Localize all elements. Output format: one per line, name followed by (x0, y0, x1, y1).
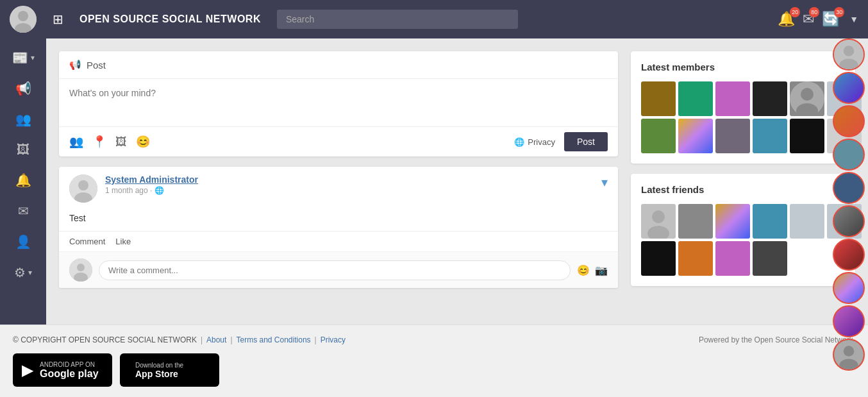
post-box: 📢 Post 👥 📍 🖼 😊 🌐 Privacy Post (59, 51, 618, 156)
like-link[interactable]: Like (115, 237, 131, 246)
app-store-main: App Store (135, 369, 183, 379)
member-thumb[interactable] (641, 81, 676, 116)
footer-terms-link[interactable]: Terms and Conditions (237, 335, 311, 344)
feed-privacy-icon: 🌐 (154, 186, 164, 195)
svg-point-7 (77, 264, 85, 271)
feed-options-icon[interactable]: ▾ (601, 174, 608, 190)
friend-thumb[interactable] (715, 241, 750, 276)
google-play-badge[interactable]: ▶ ANDROID APP ON Google play (13, 353, 112, 387)
rs-avatar[interactable] (833, 339, 865, 371)
post-textarea[interactable] (59, 79, 618, 124)
rs-avatar[interactable] (833, 272, 865, 304)
location-icon[interactable]: 📍 (92, 135, 106, 149)
rs-avatar[interactable] (833, 305, 865, 337)
google-play-main: Google play (40, 368, 99, 380)
comment-link[interactable]: Comment (69, 237, 105, 246)
feed-time: 1 month ago · 🌐 (105, 186, 594, 195)
footer-about-link[interactable]: About (206, 335, 226, 344)
sidebar-item-announcements[interactable]: 📢 (0, 76, 46, 101)
post-button[interactable]: Post (564, 132, 608, 151)
member-thumb[interactable] (678, 119, 713, 153)
footer: © COPYRIGHT OPEN SOURCE SOCIAL NETWORK |… (0, 325, 868, 397)
svg-point-1 (18, 11, 28, 21)
header-dropdown-caret[interactable]: ▼ (849, 14, 858, 24)
friend-thumb[interactable] (790, 204, 824, 239)
rs-avatar[interactable] (833, 139, 865, 171)
friend-thumb[interactable] (753, 204, 787, 239)
member-thumb[interactable] (715, 119, 750, 153)
footer-privacy-link[interactable]: Privacy (321, 335, 346, 344)
comment-emoji-icon[interactable]: 😊 (577, 264, 590, 276)
feed-caret-icon: ▾ (31, 53, 35, 62)
sidebar-item-friends[interactable]: 👤 (0, 229, 46, 255)
sidebar-item-groups[interactable]: 👥 (0, 106, 46, 132)
comment-camera-icon[interactable]: 📷 (595, 264, 608, 276)
feed-username[interactable]: System Administrator (105, 174, 594, 185)
member-thumb[interactable] (715, 81, 750, 116)
user-avatar[interactable] (10, 6, 37, 33)
rs-avatar[interactable] (833, 172, 865, 204)
sidebar-item-photos[interactable]: 🖼 (0, 137, 46, 162)
latest-members-title: Latest members (641, 62, 845, 72)
sidebar-item-more[interactable]: ⚙ ▾ (0, 260, 46, 285)
sidebar-item-notifications[interactable]: 🔔 (0, 167, 46, 193)
member-thumb[interactable] (753, 81, 787, 116)
latest-members-grid (641, 81, 845, 153)
rs-avatar[interactable] (833, 38, 865, 71)
notifications-icon-wrap[interactable]: 🔔 20 (778, 11, 795, 28)
comment-input[interactable] (99, 260, 571, 280)
latest-friends-grid (641, 204, 845, 276)
messages-badge: 80 (809, 7, 819, 17)
search-container (277, 10, 518, 29)
footer-apps: ▶ ANDROID APP ON Google play Download on… (13, 353, 855, 387)
rs-avatar[interactable] (833, 105, 865, 137)
friend-thumb[interactable] (641, 241, 676, 276)
footer-powered: Powered by the Open Source Social Networ… (699, 335, 855, 344)
privacy-button[interactable]: 🌐 Privacy (514, 137, 555, 147)
svg-point-13 (652, 210, 665, 223)
friend-thumb[interactable] (753, 241, 787, 276)
notifications-badge: 20 (790, 7, 800, 17)
app-store-badge[interactable]: Download on the App Store (120, 353, 219, 387)
megaphone-icon: 📢 (69, 59, 81, 71)
header-icons: 🔔 20 ✉ 80 🔄 30 ▼ (778, 11, 858, 28)
groups-icon: 👥 (15, 112, 31, 127)
tag-people-icon[interactable]: 👥 (69, 135, 83, 149)
friend-thumb[interactable] (678, 241, 713, 276)
grid-menu-icon[interactable]: ⊞ (53, 12, 63, 27)
friend-thumb[interactable] (641, 204, 676, 239)
footer-left: © COPYRIGHT OPEN SOURCE SOCIAL NETWORK |… (13, 335, 346, 344)
svg-point-16 (844, 46, 855, 56)
member-thumb[interactable] (641, 119, 676, 153)
svg-point-4 (78, 180, 88, 190)
search-input[interactable] (277, 10, 518, 29)
friends-icon-wrap[interactable]: 🔄 30 (822, 11, 839, 28)
commenter-avatar (69, 258, 92, 282)
center-column: 📢 Post 👥 📍 🖼 😊 🌐 Privacy Post (59, 51, 618, 312)
sidebar-item-messages[interactable]: ✉ (0, 198, 46, 224)
rs-avatar[interactable] (833, 72, 865, 104)
rs-avatar[interactable] (833, 205, 865, 237)
post-header-label: Post (87, 60, 106, 71)
google-play-icon: ▶ (22, 361, 33, 379)
site-title: OPEN SOURCE SOCIAL NETWORK (79, 13, 261, 25)
announcements-icon: 📢 (15, 81, 31, 96)
friend-thumb[interactable] (715, 204, 750, 239)
friends-badge: 30 (834, 7, 844, 17)
emoji-icon[interactable]: 😊 (136, 135, 150, 149)
app-store-sub: Download on the (135, 362, 183, 369)
rs-avatar[interactable] (833, 239, 865, 271)
google-play-sub: ANDROID APP ON (40, 361, 99, 368)
photo-icon[interactable]: 🖼 (115, 135, 127, 149)
member-thumb[interactable] (790, 119, 824, 153)
messages-icon-wrap[interactable]: ✉ 80 (803, 11, 814, 28)
feed-user-avatar[interactable] (69, 174, 97, 203)
post-box-actions: 👥 📍 🖼 😊 🌐 Privacy Post (59, 126, 618, 156)
member-thumb[interactable] (790, 81, 824, 116)
sidebar-item-feed[interactable]: 📰 ▾ (0, 45, 46, 71)
main-content: 📢 Post 👥 📍 🖼 😊 🌐 Privacy Post (46, 38, 868, 325)
member-thumb[interactable] (678, 81, 713, 116)
header: ⊞ OPEN SOURCE SOCIAL NETWORK 🔔 20 ✉ 80 🔄… (0, 0, 868, 38)
member-thumb[interactable] (753, 119, 787, 153)
friend-thumb[interactable] (678, 204, 713, 239)
